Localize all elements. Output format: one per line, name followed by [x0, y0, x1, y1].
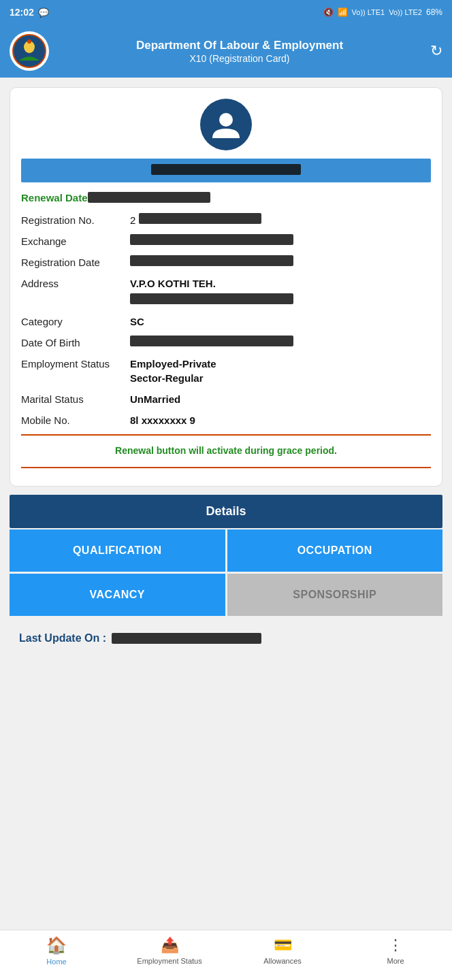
whatsapp-icon: 💬 — [38, 7, 49, 18]
reg-date-redacted — [130, 255, 293, 266]
last-update-row: Last Update On : — [19, 632, 433, 644]
registration-card: Renewal Date Registration No. 2 Exchange… — [10, 87, 442, 487]
registration-date-value — [130, 255, 431, 270]
avatar — [200, 99, 252, 150]
app-main-title: Department Of Labour & Employment — [57, 38, 422, 53]
lte1-icon: Vo)) LTE1 — [352, 8, 385, 16]
status-time: 12:02 💬 — [10, 7, 49, 18]
employment-status-icon: 📤 — [161, 936, 179, 954]
exchange-value — [130, 234, 431, 248]
employment-status-label: Employment Status — [21, 357, 130, 371]
registration-no-row: Registration No. 2 — [21, 213, 431, 227]
reg-no-redacted — [139, 213, 261, 224]
category-label: Category — [21, 314, 130, 329]
app-title-section: Department Of Labour & Employment X10 (R… — [57, 38, 422, 64]
marital-status-value: UnMarried — [130, 392, 431, 406]
nav-allowances[interactable]: 💳 Allowances — [226, 936, 339, 966]
time: 12:02 — [10, 7, 34, 18]
avatar-section — [21, 99, 431, 150]
marital-status-row: Marital Status UnMarried — [21, 392, 431, 406]
lte2-icon: Vo)) LTE2 — [389, 8, 422, 16]
exchange-label: Exchange — [21, 234, 130, 248]
mobile-no-value: 8l xxxxxxxx 9 — [130, 413, 431, 427]
allowances-icon: 💳 — [274, 936, 292, 954]
vacancy-button[interactable]: VACANCY — [10, 574, 225, 616]
renewal-date-label: Renewal Date — [21, 192, 88, 203]
dob-redacted — [130, 336, 293, 346]
category-value: SC — [130, 314, 431, 329]
details-btn-grid: QUALIFICATION OCCUPATION VACANCY SPONSOR… — [10, 529, 442, 616]
category-row: Category SC — [21, 314, 431, 329]
home-icon: 🏠 — [46, 936, 67, 955]
app-sub-title: X10 (Registration Card) — [57, 53, 422, 64]
exchange-redacted — [130, 234, 293, 245]
renewal-date-row: Renewal Date — [21, 192, 431, 206]
address-row: Address V.P.O KOTHI TEH. — [21, 276, 431, 308]
mute-icon: 🔇 — [323, 7, 334, 17]
employment-status-row: Employment Status Employed-PrivateSector… — [21, 357, 431, 385]
main-content: Renewal Date Registration No. 2 Exchange… — [0, 78, 452, 736]
mobile-no-label: Mobile No. — [21, 413, 130, 427]
bottom-spacer — [10, 644, 442, 726]
refresh-button[interactable]: ↻ — [430, 42, 442, 60]
registration-date-row: Registration Date — [21, 255, 431, 270]
nav-home-label: Home — [46, 958, 66, 966]
address-redacted — [130, 293, 293, 304]
marital-status-label: Marital Status — [21, 392, 130, 406]
svg-point-3 — [219, 113, 233, 127]
details-section: Details QUALIFICATION OCCUPATION VACANCY… — [10, 495, 442, 616]
occupation-button[interactable]: OCCUPATION — [227, 529, 443, 572]
details-header: Details — [10, 495, 442, 528]
divider-bottom — [21, 467, 431, 468]
status-bar: 12:02 💬 🔇 📶 Vo)) LTE1 Vo)) LTE2 68% — [0, 0, 452, 24]
registration-no-label: Registration No. — [21, 213, 130, 227]
qualification-button[interactable]: QUALIFICATION — [10, 529, 225, 572]
name-bar — [21, 159, 431, 182]
app-logo — [10, 31, 49, 71]
bottom-nav: 🏠 Home 📤 Employment Status 💳 Allowances … — [0, 930, 452, 980]
mobile-no-row: Mobile No. 8l xxxxxxxx 9 — [21, 413, 431, 427]
name-redacted — [151, 164, 301, 175]
exchange-row: Exchange — [21, 234, 431, 248]
wifi-icon: 📶 — [338, 7, 348, 17]
sponsorship-button[interactable]: SPONSORSHIP — [227, 574, 443, 616]
renewal-date-value — [88, 192, 431, 206]
renewal-date-redacted — [88, 192, 210, 203]
address-label: Address — [21, 276, 130, 291]
dob-value — [130, 336, 431, 350]
renewal-notice: Renewal button will activate during grac… — [21, 442, 431, 460]
nav-employment-status[interactable]: 📤 Employment Status — [113, 936, 226, 966]
nav-more-label: More — [387, 957, 404, 966]
employment-status-value: Employed-PrivateSector-Regular — [130, 357, 431, 385]
more-icon: ⋮ — [388, 936, 403, 954]
last-update-value — [112, 633, 261, 644]
registration-date-label: Registration Date — [21, 255, 130, 270]
battery-icon: 68% — [426, 7, 442, 17]
address-value: V.P.O KOTHI TEH. — [130, 276, 431, 308]
divider-top — [21, 434, 431, 436]
dob-label: Date Of Birth — [21, 336, 130, 350]
nav-employment-label: Employment Status — [137, 957, 201, 966]
dob-row: Date Of Birth — [21, 336, 431, 350]
status-icons: 🔇 📶 Vo)) LTE1 Vo)) LTE2 68% — [323, 7, 442, 17]
nav-allowances-label: Allowances — [263, 957, 302, 966]
last-update-section: Last Update On : — [10, 623, 442, 644]
nav-home[interactable]: 🏠 Home — [0, 936, 113, 966]
registration-no-value: 2 — [130, 213, 431, 227]
app-header: Department Of Labour & Employment X10 (R… — [0, 24, 452, 78]
nav-more[interactable]: ⋮ More — [339, 936, 452, 966]
last-update-label: Last Update On : — [19, 632, 106, 644]
